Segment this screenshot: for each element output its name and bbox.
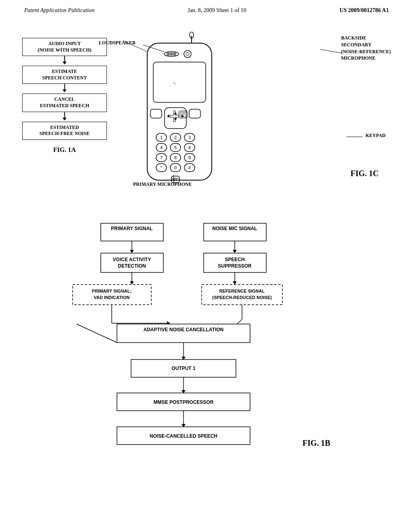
svg-text:6: 6 [188,145,191,150]
svg-text:7: 7 [160,155,163,160]
svg-text:PRIMARY SIGNAL;: PRIMARY SIGNAL; [92,289,131,293]
fig1a-title: FIG. 1A [22,146,107,154]
header-right: US 2009/0012786 A1 [340,7,389,14]
svg-text:DETECTION: DETECTION [118,263,146,269]
svg-text:#: # [188,165,191,170]
fig1a-box-3: CANCELESTIMATED SPEECH [22,94,107,112]
header-left: Patent Application Publication [24,7,94,14]
arrow-2 [22,84,107,94]
phone-diagram: 1 2 3 4 5 6 7 8 9 * 0 # [123,32,236,193]
svg-line-55 [123,41,148,52]
primary-mic-line [173,175,174,185]
fig1c-title: FIG. 1C [350,169,379,178]
svg-text:VOICE ACTIVITY: VOICE ACTIVITY [113,257,151,262]
svg-point-7 [168,54,169,55]
svg-rect-65 [101,253,163,272]
label-backside: BACKSIDESECONDARY(NOISE-REFERENCE)MICROP… [341,35,391,62]
svg-text:9: 9 [188,155,191,160]
keypad-line [346,137,363,137]
svg-line-102 [77,324,117,343]
svg-rect-75 [73,285,151,305]
svg-text:4: 4 [160,145,163,150]
svg-marker-72 [130,281,134,285]
svg-text:SPEECH: SPEECH [225,257,244,262]
svg-text:SUPPRESSOR: SUPPRESSOR [218,263,252,269]
svg-text:5: 5 [174,145,177,150]
svg-rect-68 [204,253,266,272]
svg-text:0: 0 [174,165,177,170]
svg-text:8: 8 [174,155,177,160]
svg-point-8 [171,54,172,55]
svg-text:VAD INDICATION: VAD INDICATION [94,295,130,300]
svg-text:2: 2 [174,135,177,140]
svg-text:REFERENCE SIGNAL: REFERENCE SIGNAL [219,289,265,293]
fig1a-box-2: ESTIMATESPEECH CONTENT [22,66,107,84]
svg-marker-62 [130,250,134,253]
svg-rect-78 [202,285,282,305]
svg-text:*: * [161,165,163,170]
svg-text:MMSE POSTPROCESSOR: MMSE POSTPROCESSOR [154,399,214,405]
backside-line [320,49,342,54]
svg-marker-64 [233,250,237,253]
label-keypad: KEYPAD [365,133,386,139]
svg-text:NOISE MIC SIGNAL: NOISE MIC SIGNAL [212,226,257,231]
svg-marker-74 [233,281,237,285]
svg-text:OUTPUT 1: OUTPUT 1 [171,366,196,371]
fig1a-box-1: AUDIO INPUT(NOISE WITH SPEECH) [22,38,107,56]
arrow-3 [22,112,107,122]
svg-text:NOISE-CANCELLED SPEECH: NOISE-CANCELLED SPEECH [150,433,217,439]
main-content: AUDIO INPUT(NOISE WITH SPEECH) ESTIMATES… [0,18,413,526]
arrow-1 [22,56,107,66]
svg-text:1: 1 [160,135,163,140]
svg-point-9 [174,54,175,55]
svg-text:PRIMARY SIGNAL: PRIMARY SIGNAL [111,226,152,231]
header-center: Jan. 8, 2009 Sheet 1 of 10 [188,7,246,14]
page-header: Patent Application Publication Jan. 8, 2… [0,0,413,18]
fig1b-diagram: PRIMARY SIGNAL NOISE MIC SIGNAL VOICE AC… [65,215,347,505]
svg-text:3: 3 [188,135,191,140]
svg-text:(SPEECH-REDUCED NOISE): (SPEECH-REDUCED NOISE) [212,295,272,300]
fig1a-section: AUDIO INPUT(NOISE WITH SPEECH) ESTIMATES… [22,38,107,154]
svg-text:ADAPTIVE NOISE CANCELLATION: ADAPTIVE NOISE CANCELLATION [144,327,223,332]
fig1a-box-4: ESTIMATEDSPEECH-FREE NOISE [22,122,107,140]
svg-text:FIG. 1B: FIG. 1B [302,438,330,447]
